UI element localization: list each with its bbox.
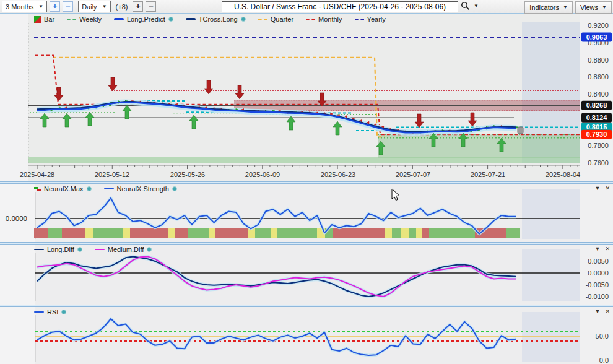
svg-text:2025-04-28: 2025-04-28 <box>20 171 54 178</box>
monthly-icon <box>306 19 315 20</box>
legend-item-monthly[interactable]: Monthly <box>306 15 342 23</box>
legend-item-label: RSI <box>47 308 58 316</box>
collapse-panel-icon[interactable]: ▼ <box>595 185 601 191</box>
info-dot-icon[interactable] <box>87 186 92 191</box>
svg-text:2025-05-26: 2025-05-26 <box>170 171 205 178</box>
legend-item-label: Yearly <box>367 15 386 23</box>
interval-select-value: Daily <box>82 3 97 11</box>
info-dot-icon[interactable] <box>77 247 82 252</box>
diff-chart-canvas[interactable]: 0.00500.0000-0.0050-0.0100 <box>0 245 613 305</box>
svg-text:0.8600: 0.8600 <box>588 73 609 80</box>
chevron-down-icon: ▼ <box>102 4 107 9</box>
info-dot-icon[interactable] <box>241 17 246 22</box>
svg-text:0.7930: 0.7930 <box>586 131 607 138</box>
svg-text:2025-07-07: 2025-07-07 <box>396 171 430 178</box>
legend-item-tcross-long[interactable]: TCross.Long <box>186 15 246 23</box>
legend-item-label: Long.Diff <box>47 246 74 253</box>
svg-text:-0.0050: -0.0050 <box>586 281 609 288</box>
legend-item-label: NeuralX.Strength <box>117 185 169 193</box>
long-predict-icon <box>114 18 124 20</box>
svg-text:0.7600: 0.7600 <box>588 159 609 167</box>
close-panel-icon[interactable]: ✕ <box>605 246 610 252</box>
medium-diff-icon <box>95 249 105 250</box>
neuralx-chart-canvas[interactable]: 0.0000 <box>0 184 613 242</box>
indicators-button[interactable]: Indicators ▼ <box>524 1 573 14</box>
legend-item-label: NeuralX.Max <box>44 185 84 193</box>
legend-item-label: TCross.Long <box>199 15 238 23</box>
zoom-out-button[interactable]: − <box>63 1 73 12</box>
svg-text:0.9200: 0.9200 <box>588 22 609 29</box>
diff-indicator-panel[interactable]: 0.00500.0000-0.0050-0.0100 Long.DiffMedi… <box>0 245 613 305</box>
legend-item-label: Bar <box>44 15 54 23</box>
legend-item-long-predict[interactable]: Long.Predict <box>114 15 173 23</box>
legend-item-neuralx-max[interactable]: NeuralX.Max <box>34 185 92 193</box>
toolbar: 3 Months ▼ + − Daily ▼ (+8) + − U.S. Dol… <box>0 0 613 14</box>
svg-text:0.8800: 0.8800 <box>588 56 609 64</box>
info-dot-icon[interactable] <box>147 247 152 252</box>
rsi-indicator-panel[interactable]: 50.00.0 RSI ▼ ✕ <box>0 307 613 364</box>
svg-text:2025-06-23: 2025-06-23 <box>321 171 355 178</box>
neuralx-panel-legend: NeuralX.MaxNeuralX.Strength <box>34 185 177 193</box>
views-button[interactable]: Views ▼ <box>575 1 612 14</box>
svg-text:0.7800: 0.7800 <box>588 142 609 149</box>
search-dropdown-icon[interactable]: ▼ <box>474 4 479 9</box>
svg-text:2025-08-04: 2025-08-04 <box>546 171 580 178</box>
price-chart-canvas[interactable]: 2025-04-282025-05-122025-05-262025-06-09… <box>0 14 613 182</box>
legend-item-bar[interactable]: Bar <box>34 15 54 23</box>
info-dot-icon[interactable] <box>172 186 177 191</box>
svg-text:2025-05-12: 2025-05-12 <box>95 171 129 178</box>
legend-item-label: Medium.Diff <box>108 246 144 253</box>
collapse-panel-icon[interactable]: ▼ <box>595 308 601 314</box>
legend-item-weekly[interactable]: Weekly <box>67 15 102 23</box>
diff-panel-legend: Long.DiffMedium.Diff <box>34 246 152 253</box>
charting-app-window: 3 Months ▼ + − Daily ▼ (+8) + − U.S. Dol… <box>0 0 613 364</box>
legend-item-label: Long.Predict <box>127 15 165 23</box>
svg-text:-0.0100: -0.0100 <box>586 293 609 300</box>
svg-text:0.0000: 0.0000 <box>6 215 27 222</box>
long-diff-icon <box>34 249 44 250</box>
legend-item-rsi[interactable]: RSI <box>34 308 66 316</box>
svg-text:0.0050: 0.0050 <box>588 258 609 265</box>
close-panel-icon[interactable]: ✕ <box>605 185 610 191</box>
bars-minus-button[interactable]: − <box>146 1 156 12</box>
legend-item-yearly[interactable]: Yearly <box>355 15 386 23</box>
panel-controls: ▼ ✕ <box>595 185 610 191</box>
legend-item-label: Weekly <box>79 15 102 23</box>
bars-offset-label: (+8) <box>116 3 128 11</box>
panel-controls: ▼ ✕ <box>595 246 610 252</box>
indicators-button-label: Indicators <box>529 4 559 11</box>
bar-icon <box>34 16 41 23</box>
range-select[interactable]: 3 Months ▼ <box>2 1 47 12</box>
quarter-icon <box>258 19 267 20</box>
info-dot-icon[interactable] <box>61 310 66 314</box>
svg-text:0.0000: 0.0000 <box>588 269 609 277</box>
info-dot-icon[interactable] <box>168 17 173 22</box>
legend-item-neuralx-strength[interactable]: NeuralX.Strength <box>104 185 177 193</box>
chevron-down-icon: ▼ <box>563 5 568 10</box>
search-icon[interactable] <box>461 1 470 11</box>
symbol-title-input[interactable]: U.S. Dollar / Swiss Franc - USD/CHF (202… <box>222 1 458 12</box>
legend-item-medium-diff[interactable]: Medium.Diff <box>95 246 152 253</box>
svg-text:0.8400: 0.8400 <box>588 90 609 98</box>
weekly-icon <box>67 19 76 20</box>
neuralx-indicator-panel[interactable]: 0.0000 NeuralX.MaxNeuralX.Strength ▼ ✕ <box>0 184 613 242</box>
collapse-panel-icon[interactable]: ▼ <box>595 246 601 252</box>
legend-item-quarter[interactable]: Quarter <box>258 15 293 23</box>
zoom-in-button[interactable]: + <box>50 1 60 12</box>
legend-item-label: Monthly <box>318 15 342 23</box>
svg-text:2025-06-09: 2025-06-09 <box>245 171 280 178</box>
rsi-panel-legend: RSI <box>34 308 66 316</box>
svg-text:0.9063: 0.9063 <box>586 33 607 41</box>
main-price-chart-panel[interactable]: 2025-04-282025-05-122025-05-262025-06-09… <box>0 14 613 182</box>
legend-item-label: Quarter <box>271 15 293 23</box>
svg-text:50.0: 50.0 <box>596 332 609 340</box>
chevron-down-icon: ▼ <box>38 4 43 9</box>
interval-select[interactable]: Daily ▼ <box>78 1 110 12</box>
close-panel-icon[interactable]: ✕ <box>605 308 610 314</box>
rsi-chart-canvas[interactable]: 50.00.0 <box>0 307 613 364</box>
chevron-down-icon: ▼ <box>602 5 607 10</box>
panel-controls: ▼ ✕ <box>595 308 610 314</box>
neuralx-max-icon <box>34 187 38 189</box>
legend-item-long-diff[interactable]: Long.Diff <box>34 246 82 253</box>
bars-plus-button[interactable]: + <box>133 1 143 12</box>
